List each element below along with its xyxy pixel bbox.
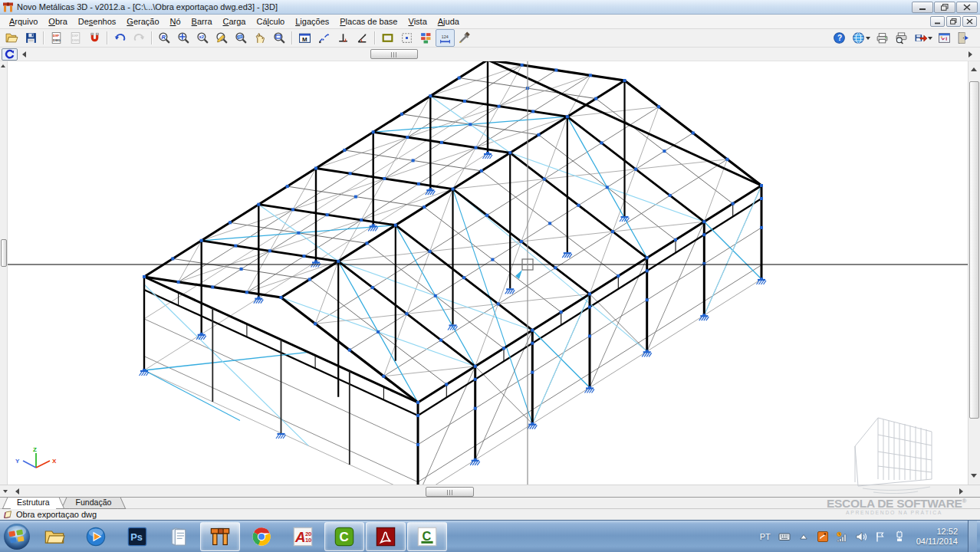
- window-preview-button[interactable]: M: [295, 29, 314, 47]
- zoom-real-button[interactable]: R: [155, 29, 174, 47]
- menu-carga[interactable]: Carga: [218, 15, 252, 28]
- tab-fundacao[interactable]: Fundação: [68, 498, 120, 509]
- window-organize-button[interactable]: [935, 29, 954, 47]
- print-preview-button[interactable]: [892, 29, 911, 47]
- hscroll-top-thumb[interactable]: [370, 49, 418, 59]
- zoom-eraser-button[interactable]: [232, 29, 251, 47]
- node-select-button[interactable]: [397, 29, 416, 47]
- minimize-button[interactable]: [912, 2, 933, 13]
- hscroll-bottom-left-arrow[interactable]: [12, 486, 22, 496]
- import-dxf-icon: DXFDWG: [69, 31, 82, 44]
- taskbar-clock[interactable]: 12:52 04/11/2014: [912, 527, 962, 547]
- vscroll-right-down-arrow[interactable]: [971, 474, 977, 478]
- taskbar-app-explorer[interactable]: [35, 522, 74, 551]
- taskbar-app-notepad[interactable]: [159, 522, 199, 551]
- menu-ligacoes[interactable]: Ligações: [290, 15, 334, 28]
- node-arrows-button[interactable]: [314, 29, 334, 47]
- menu-calculo[interactable]: Cálculo: [252, 15, 291, 28]
- taskbar-app-camtasia[interactable]: C: [324, 522, 364, 551]
- save-button[interactable]: [21, 29, 41, 47]
- mdi-close-button[interactable]: [962, 16, 977, 27]
- dimensions-button[interactable]: 124: [436, 29, 455, 47]
- toolbar-separator: [43, 31, 44, 44]
- drawing-canvas[interactable]: ZYX: [8, 61, 968, 485]
- magnet-button[interactable]: [85, 29, 104, 47]
- zoom-previous-button[interactable]: x2: [193, 29, 212, 47]
- import-dxf-button[interactable]: DXFDWG: [66, 29, 85, 47]
- help-button[interactable]: ?: [830, 29, 849, 47]
- perpendicular-button[interactable]: [334, 29, 353, 47]
- color-grid-button[interactable]: [416, 29, 436, 47]
- export-dxf-button[interactable]: DXFDWG: [47, 29, 66, 47]
- node-arrows-icon: [317, 31, 331, 44]
- menu-no[interactable]: Nó: [165, 15, 186, 28]
- rotate-3d-button[interactable]: [2, 48, 18, 61]
- volume-tray-icon[interactable]: [854, 530, 868, 544]
- print-preview-icon: [895, 31, 908, 44]
- taskbar-app-adobe-reader[interactable]: [366, 522, 406, 551]
- network-tray-icon[interactable]: [835, 530, 849, 544]
- language-indicator[interactable]: PT: [758, 532, 772, 541]
- rectangle-button[interactable]: [378, 29, 397, 47]
- taskbar-app-chrome[interactable]: [242, 522, 281, 551]
- menu-arquivo[interactable]: Arquivo: [4, 15, 43, 28]
- open-button[interactable]: [2, 29, 21, 47]
- export-image-dropdown-arrow[interactable]: [928, 37, 932, 40]
- menu-bar: ArquivoObraDesenhosGeraçãoNóBarraCargaCá…: [0, 15, 980, 29]
- vscroll-left-thumb[interactable]: [1, 239, 7, 267]
- exit-icon: [957, 31, 970, 44]
- tools-button[interactable]: [455, 29, 474, 47]
- taskbar-app-media-player[interactable]: [76, 522, 116, 551]
- hscroll-top-right-arrow[interactable]: [968, 51, 972, 58]
- zoom-previous-icon: x2: [196, 31, 209, 44]
- menu-vista[interactable]: Vista: [403, 15, 432, 28]
- taskbar: PsA2010CC PT 12:52 04/11/2014: [0, 520, 980, 552]
- redo-button[interactable]: [130, 29, 149, 47]
- web-button[interactable]: [849, 29, 873, 47]
- close-button[interactable]: [956, 2, 978, 13]
- vscroll-right-up-arrow[interactable]: [971, 67, 977, 71]
- dimensions-icon: 124: [439, 31, 452, 44]
- taskbar-app-autocad[interactable]: A2010: [283, 522, 323, 551]
- show-desktop-button[interactable]: [968, 521, 977, 552]
- exit-button[interactable]: [954, 29, 973, 47]
- web-dropdown-arrow[interactable]: [866, 37, 870, 40]
- menu-geracao[interactable]: Geração: [121, 15, 164, 28]
- zoom-window-button[interactable]: [270, 29, 289, 47]
- taskbar-app-metalicas-3d[interactable]: [200, 522, 240, 551]
- hscroll-bottom-thumb[interactable]: [426, 487, 474, 497]
- pan-button[interactable]: [251, 29, 270, 47]
- menu-placas-de-base[interactable]: Placas de base: [334, 15, 403, 28]
- print-button[interactable]: [873, 29, 892, 47]
- menu-obra[interactable]: Obra: [43, 15, 72, 28]
- taskbar-app-photoshop[interactable]: Ps: [117, 522, 157, 551]
- mdi-minimize-button[interactable]: [930, 16, 945, 27]
- flag-tray-icon[interactable]: [873, 530, 887, 544]
- show-hidden-tray-icon[interactable]: [797, 530, 811, 544]
- left-scrollbar[interactable]: [0, 61, 8, 485]
- hscroll-bottom-right-arrow[interactable]: [955, 486, 966, 496]
- export-image-button[interactable]: [911, 29, 935, 47]
- angle-measure-button[interactable]: [353, 29, 372, 47]
- vscroll-left-up-arrow[interactable]: [1, 64, 5, 67]
- zoom-pencil-button[interactable]: [212, 29, 232, 47]
- taskbar-app-camtasia-recorder[interactable]: C: [407, 522, 447, 551]
- hscroll-top-left-arrow[interactable]: [22, 51, 26, 58]
- hscroll-splitter[interactable]: [0, 486, 11, 496]
- tab-estrutura[interactable]: Estrutura: [9, 498, 58, 509]
- app-orange-tray-icon[interactable]: [816, 530, 830, 544]
- menu-barra[interactable]: Barra: [186, 15, 218, 28]
- mdi-restore-button[interactable]: [946, 16, 961, 27]
- power-tray-icon[interactable]: [893, 530, 906, 544]
- bottom-scrollbar[interactable]: [0, 485, 980, 497]
- vscroll-right-thumb[interactable]: [969, 81, 979, 419]
- menu-ajuda[interactable]: Ajuda: [432, 15, 465, 28]
- zoom-extents-button[interactable]: [174, 29, 193, 47]
- menu-desenhos[interactable]: Desenhos: [73, 15, 122, 28]
- export-image-icon: [914, 31, 927, 44]
- restore-button[interactable]: [934, 2, 955, 13]
- keyboard-tray-icon[interactable]: [778, 530, 791, 544]
- right-scrollbar[interactable]: [968, 61, 980, 485]
- start-button[interactable]: [0, 521, 34, 552]
- undo-button[interactable]: [110, 29, 130, 47]
